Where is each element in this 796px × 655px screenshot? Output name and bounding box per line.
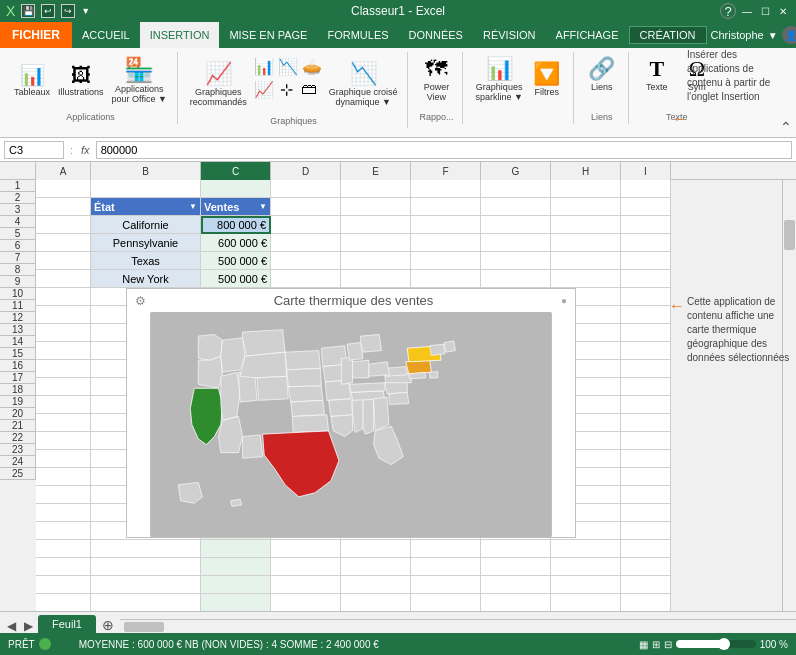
user-dropdown-icon[interactable]: ▼ xyxy=(768,30,778,41)
cell-i17[interactable] xyxy=(621,468,671,486)
row-header-19[interactable]: 19 xyxy=(0,396,36,408)
menu-affichage[interactable]: AFFICHAGE xyxy=(546,22,629,48)
row-header-9[interactable]: 9 xyxy=(0,276,36,288)
cell-i19[interactable] xyxy=(621,504,671,522)
cell-g24[interactable] xyxy=(481,594,551,611)
cell-reference-box[interactable]: C3 xyxy=(4,141,64,159)
menu-mise-en-page[interactable]: MISE EN PAGE xyxy=(219,22,317,48)
cell-i8[interactable] xyxy=(621,306,671,324)
cell-c24[interactable] xyxy=(201,594,271,611)
cell-i10[interactable] xyxy=(621,342,671,360)
minimize-button[interactable]: — xyxy=(740,4,754,18)
cell-a20[interactable] xyxy=(36,522,91,540)
cell-a8[interactable] xyxy=(36,306,91,324)
cell-h3[interactable] xyxy=(551,216,621,234)
cell-a9[interactable] xyxy=(36,324,91,342)
cell-a18[interactable] xyxy=(36,486,91,504)
pie-chart-button[interactable]: 🥧 xyxy=(301,56,323,77)
cell-h4[interactable] xyxy=(551,234,621,252)
cell-i11[interactable] xyxy=(621,360,671,378)
cell-h22[interactable] xyxy=(551,558,621,576)
sheet-tab-feuil1[interactable]: Feuil1 xyxy=(38,615,96,633)
row-header-12[interactable]: 12 xyxy=(0,312,36,324)
cell-c3[interactable]: 800 000 € xyxy=(201,216,271,234)
row-header-18[interactable]: 18 xyxy=(0,384,36,396)
area-chart-button[interactable]: 📈 xyxy=(253,79,275,100)
cell-d6[interactable] xyxy=(271,270,341,288)
header-ventes-filter[interactable]: ▼ xyxy=(259,202,267,211)
row-header-21[interactable]: 21 xyxy=(0,420,36,432)
row-header-6[interactable]: 6 xyxy=(0,240,36,252)
cell-i20[interactable] xyxy=(621,522,671,540)
row-header-16[interactable]: 16 xyxy=(0,360,36,372)
cell-i7[interactable] xyxy=(621,288,671,306)
cell-i13[interactable] xyxy=(621,396,671,414)
cell-a3[interactable] xyxy=(36,216,91,234)
cell-a7[interactable] xyxy=(36,288,91,306)
cell-g5[interactable] xyxy=(481,252,551,270)
cell-g23[interactable] xyxy=(481,576,551,594)
map-settings-icon[interactable]: ⚙ xyxy=(135,294,146,308)
graphiques-recommandes-button[interactable]: 📈 Graphiquesrecommandés xyxy=(188,61,249,109)
cell-g2[interactable] xyxy=(481,198,551,216)
cell-e1[interactable] xyxy=(341,180,411,198)
filtres-button[interactable]: 🔽 Filtres xyxy=(529,61,565,99)
cell-f5[interactable] xyxy=(411,252,481,270)
cell-f6[interactable] xyxy=(411,270,481,288)
cell-f21[interactable] xyxy=(411,540,481,558)
cell-i14[interactable] xyxy=(621,414,671,432)
cell-g6[interactable] xyxy=(481,270,551,288)
cell-c2[interactable]: Ventes ▼ xyxy=(201,198,271,216)
row-header-22[interactable]: 22 xyxy=(0,432,36,444)
col-header-d[interactable]: D xyxy=(271,162,341,180)
page-layout-icon[interactable]: ⊞ xyxy=(652,639,660,650)
cell-i21[interactable] xyxy=(621,540,671,558)
row-header-17[interactable]: 17 xyxy=(0,372,36,384)
row-header-11[interactable]: 11 xyxy=(0,300,36,312)
cell-i3[interactable] xyxy=(621,216,671,234)
row-header-15[interactable]: 15 xyxy=(0,348,36,360)
cell-f24[interactable] xyxy=(411,594,481,611)
cell-g21[interactable] xyxy=(481,540,551,558)
tableaux-button[interactable]: 📊 Tableaux xyxy=(12,63,52,99)
cell-a24[interactable] xyxy=(36,594,91,611)
cell-d22[interactable] xyxy=(271,558,341,576)
cell-a21[interactable] xyxy=(36,540,91,558)
power-view-button[interactable]: 🗺 PowerView xyxy=(418,56,454,104)
cell-h1[interactable] xyxy=(551,180,621,198)
cell-c1[interactable] xyxy=(201,180,271,198)
cell-i16[interactable] xyxy=(621,450,671,468)
page-break-icon[interactable]: ⊟ xyxy=(664,639,672,650)
cell-i4[interactable] xyxy=(621,234,671,252)
cell-f2[interactable] xyxy=(411,198,481,216)
cell-b23[interactable] xyxy=(91,576,201,594)
menu-donnees[interactable]: DONNÉES xyxy=(399,22,473,48)
maximize-button[interactable]: ☐ xyxy=(758,4,772,18)
cell-a16[interactable] xyxy=(36,450,91,468)
cell-a15[interactable] xyxy=(36,432,91,450)
hscroll-thumb[interactable] xyxy=(124,622,164,632)
row-header-20[interactable]: 20 xyxy=(0,408,36,420)
cell-g4[interactable] xyxy=(481,234,551,252)
cell-e24[interactable] xyxy=(341,594,411,611)
right-scroll-button[interactable]: ▶ xyxy=(21,619,36,633)
cell-c6[interactable]: 500 000 € xyxy=(201,270,271,288)
cell-d23[interactable] xyxy=(271,576,341,594)
cell-i5[interactable] xyxy=(621,252,671,270)
creation-tab[interactable]: CRÉATION xyxy=(629,26,707,44)
cell-i23[interactable] xyxy=(621,576,671,594)
row-header-24[interactable]: 24 xyxy=(0,456,36,468)
quick-save-icon[interactable]: 💾 xyxy=(21,4,35,18)
cell-b5[interactable]: Texas xyxy=(91,252,201,270)
customize-icon[interactable]: ▼ xyxy=(81,6,90,16)
ribbon-collapse-button[interactable]: ⌃ xyxy=(780,119,792,135)
vertical-scrollbar[interactable] xyxy=(782,180,796,611)
cell-a23[interactable] xyxy=(36,576,91,594)
cell-i15[interactable] xyxy=(621,432,671,450)
cell-i2[interactable] xyxy=(621,198,671,216)
row-header-7[interactable]: 7 xyxy=(0,252,36,264)
cell-a11[interactable] xyxy=(36,360,91,378)
undo-icon[interactable]: ↩ xyxy=(41,4,55,18)
normal-view-icon[interactable]: ▦ xyxy=(639,639,648,650)
cell-f4[interactable] xyxy=(411,234,481,252)
